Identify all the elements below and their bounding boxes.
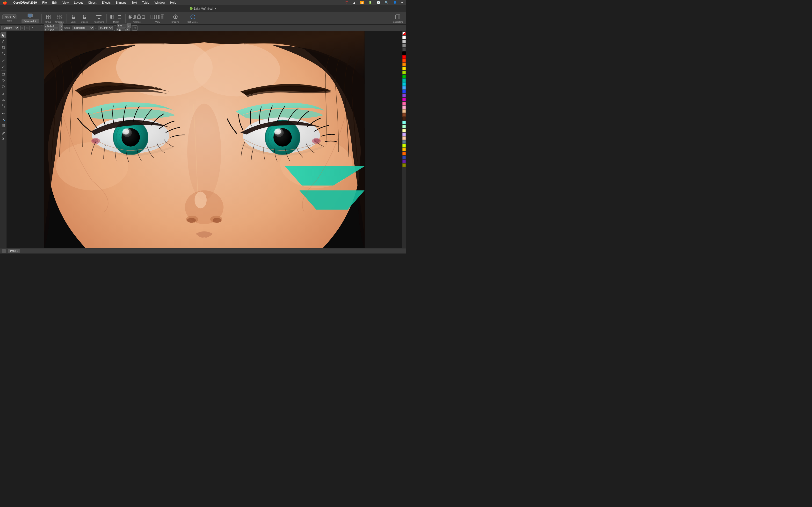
menu-window[interactable]: Window xyxy=(153,0,166,5)
color-swatch-darkgray[interactable] xyxy=(402,48,406,51)
menu-view[interactable]: View xyxy=(61,0,69,5)
color-swatch-dark-brown[interactable] xyxy=(402,117,406,120)
width-down-button[interactable]: ▼ xyxy=(59,25,63,28)
ellipse-tool-button[interactable] xyxy=(0,77,6,83)
eyedropper-tool-button[interactable] xyxy=(0,130,6,136)
view-button[interactable]: View xyxy=(150,13,165,24)
nudge-y-up-button[interactable]: ▲ xyxy=(126,28,130,30)
menu-effects[interactable]: Effects xyxy=(101,0,111,5)
color-swatch-magenta[interactable] xyxy=(402,98,406,101)
color-swatch-green[interactable] xyxy=(402,74,406,78)
crop-tool-button[interactable] xyxy=(0,44,6,50)
text-tool-button[interactable]: A xyxy=(0,91,6,97)
dimension-tool-button[interactable] xyxy=(0,97,6,103)
color-swatch-red[interactable] xyxy=(402,55,406,59)
freehand-tool-button[interactable] xyxy=(0,58,6,64)
color-swatch-steel-blue[interactable] xyxy=(402,140,406,144)
color-swatch-white[interactable] xyxy=(402,36,406,39)
color-swatch-light-pink[interactable] xyxy=(402,106,406,109)
color-swatch-lavender[interactable] xyxy=(402,132,406,136)
color-swatch-skin[interactable] xyxy=(402,109,406,113)
arrange-button[interactable]: Arrange xyxy=(127,13,146,24)
color-swatch-orange-red[interactable] xyxy=(402,59,406,62)
menu-file[interactable]: File xyxy=(41,0,48,5)
nudge-x-down-button[interactable]: ▼ xyxy=(128,25,131,28)
color-swatch-light-teal[interactable] xyxy=(402,121,406,124)
alignment-button[interactable]: Alignment xyxy=(93,13,105,24)
color-swatch-orange[interactable] xyxy=(402,63,406,66)
menu-help[interactable]: Help xyxy=(169,0,177,5)
width-input[interactable] xyxy=(44,24,59,27)
color-swatch-indigo[interactable] xyxy=(402,156,406,159)
apple-menu[interactable]: 🍎 xyxy=(2,0,8,5)
transform-button[interactable]: ⊞ xyxy=(132,25,138,31)
color-swatch-transparent[interactable] xyxy=(402,32,406,36)
select-tool-button[interactable] xyxy=(0,32,6,38)
color-swatch-teal[interactable] xyxy=(402,78,406,82)
blend-tool-button[interactable] xyxy=(0,111,6,116)
mirror-button[interactable]: Mirror xyxy=(108,13,124,24)
smart-tool-button[interactable] xyxy=(0,64,6,70)
color-swatch-olive[interactable] xyxy=(402,163,406,167)
color-swatch-amber[interactable] xyxy=(402,148,406,151)
color-swatch-purple[interactable] xyxy=(402,94,406,97)
color-swatch-deep-orange[interactable] xyxy=(402,152,406,155)
unlock-button[interactable]: Unlock xyxy=(79,13,90,24)
nudge-x-up-button[interactable]: ▲ xyxy=(128,23,131,25)
menu-edit[interactable]: Edit xyxy=(51,0,58,5)
color-swatch-gray[interactable] xyxy=(402,44,406,47)
menu-object[interactable]: Object xyxy=(87,0,97,5)
zoom-tool-button[interactable] xyxy=(0,50,6,56)
paint-tool-button[interactable] xyxy=(0,136,6,142)
snap-to-button[interactable]: Snap To xyxy=(169,13,182,24)
menu-table[interactable]: Table xyxy=(141,0,150,5)
shape-tool-button[interactable] xyxy=(0,38,6,44)
color-swatch-light-green[interactable] xyxy=(402,125,406,128)
color-swatch-lightgray[interactable] xyxy=(402,40,406,43)
color-swatch-lime[interactable] xyxy=(402,144,406,148)
to-page-button[interactable]: ⬛ xyxy=(25,26,30,30)
height-up-button[interactable]: ▲ xyxy=(59,28,63,30)
units-select[interactable]: millimeters inches pixels centimeters xyxy=(72,25,94,30)
rectangle-tool-button[interactable] xyxy=(0,71,6,77)
get-more-button[interactable]: Get More... xyxy=(185,13,200,24)
ungroup-button[interactable]: Ungroup xyxy=(54,13,65,24)
color-swatch-yellow[interactable] xyxy=(402,67,406,70)
menu-layout[interactable]: Layout xyxy=(73,0,84,5)
nudge-x-input[interactable] xyxy=(117,24,127,27)
color-swatch-light-blue[interactable] xyxy=(402,86,406,90)
color-swatch-blue[interactable] xyxy=(402,90,406,94)
color-swatch-pink[interactable] xyxy=(402,102,406,105)
color-swatch-brown[interactable] xyxy=(402,113,406,117)
flip-btn[interactable]: ↔ xyxy=(35,26,39,30)
search-icon[interactable]: 🔍 xyxy=(384,0,390,5)
color-swatch-peach[interactable] xyxy=(402,136,406,140)
lock-ratio-button[interactable]: ⬚ xyxy=(20,26,24,30)
color-swatch-deep-purple[interactable] xyxy=(402,160,406,163)
lock-button[interactable]: Lock xyxy=(68,13,79,24)
notification-icon[interactable]: ≡ xyxy=(400,0,404,5)
menu-bitmaps[interactable]: Bitmaps xyxy=(115,0,127,5)
thickness-select[interactable]: 0.1 mm 0.5 mm 1.0 mm xyxy=(98,25,113,30)
canvas-area[interactable] xyxy=(7,32,402,248)
menu-app[interactable]: CorelDRAW 2019 xyxy=(12,0,38,5)
width-up-button[interactable]: ▲ xyxy=(59,23,63,25)
scale-btn[interactable]: ⤢ xyxy=(30,26,34,30)
title-dropdown-icon[interactable]: ▼ xyxy=(215,7,217,10)
add-page-button[interactable]: + xyxy=(2,249,6,253)
group-button[interactable]: Group xyxy=(43,13,54,24)
menu-text[interactable]: Text xyxy=(131,0,138,5)
fill-tool-button[interactable] xyxy=(0,117,6,122)
position-preset-select[interactable]: Custom xyxy=(1,25,19,30)
zoom-select[interactable]: 706% 100% 200% 400% xyxy=(2,14,16,19)
view-modes-group[interactable]: Enhanced ▼ xyxy=(20,13,40,24)
inspectors-button[interactable]: Inspectors xyxy=(391,13,405,24)
color-swatch-yellow-green[interactable] xyxy=(402,71,406,74)
polygon-tool-button[interactable] xyxy=(0,83,6,89)
page-tab-1[interactable]: Page 1 xyxy=(8,249,20,253)
color-swatch-cyan[interactable] xyxy=(402,82,406,86)
connector-tool-button[interactable] xyxy=(0,103,6,109)
color-swatch-pale-yellow[interactable] xyxy=(402,129,406,132)
mesh-fill-tool-button[interactable] xyxy=(0,123,6,128)
color-swatch-black[interactable] xyxy=(402,51,406,55)
